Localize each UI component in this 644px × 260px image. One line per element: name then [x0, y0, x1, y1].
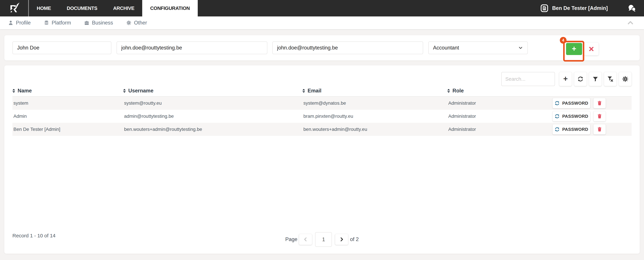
add-user-form: Accountant + 4 — [4, 35, 640, 60]
plus-icon: + — [572, 45, 576, 52]
pagination: Page of 2 — [285, 232, 359, 247]
password-button-label: PASSWORD — [562, 127, 588, 132]
add-row-button[interactable]: + — [559, 72, 572, 86]
page-label: Page — [285, 236, 297, 242]
cell-username: ben.wouters+admin@routtytesting.be — [124, 123, 202, 136]
cell-role: Administrator — [448, 123, 476, 136]
column-label: Name — [18, 88, 32, 94]
table-row[interactable]: Ben De Tester [Admin] ben.wouters+admin@… — [12, 123, 632, 136]
logo-icon: R — [8, 2, 20, 14]
table-toolbar: + — [501, 72, 632, 86]
refresh-icon — [577, 76, 584, 82]
column-label: Role — [452, 88, 464, 94]
sort-icon — [302, 89, 305, 93]
annotation-badge: 4 — [560, 37, 566, 44]
cell-role: Administrator — [448, 96, 476, 110]
subnav-label: Other — [134, 20, 147, 26]
cell-name: Admin — [14, 110, 27, 123]
refresh-icon — [554, 114, 560, 119]
reset-password-button[interactable]: PASSWORD — [552, 111, 590, 122]
tab-documents[interactable]: DOCUMENTS — [59, 0, 105, 16]
gear-icon — [622, 76, 628, 82]
column-header-email[interactable]: Email — [302, 85, 322, 96]
refresh-button[interactable] — [574, 72, 587, 86]
cell-name: Ben De Tester [Admin] — [14, 123, 60, 136]
trash-icon — [597, 127, 602, 132]
clear-form-button[interactable] — [584, 42, 598, 55]
column-label: Username — [128, 88, 154, 94]
previous-page-button[interactable] — [299, 234, 312, 245]
reset-password-button[interactable]: PASSWORD — [552, 98, 590, 108]
briefcase-icon — [84, 20, 90, 26]
refresh-icon — [554, 127, 560, 132]
sort-icon — [123, 89, 126, 93]
password-button-label: PASSWORD — [562, 101, 588, 106]
username-field[interactable] — [116, 42, 267, 54]
sort-icon — [12, 89, 15, 93]
record-count-label: Record 1 - 10 of 14 — [12, 233, 56, 238]
email-field[interactable] — [272, 42, 423, 54]
delete-user-button[interactable] — [593, 111, 606, 122]
tab-configuration[interactable]: CONFIGURATION — [142, 0, 198, 16]
next-page-button[interactable] — [335, 234, 348, 245]
search-input[interactable] — [501, 72, 555, 86]
table-row[interactable]: Admin admin@routtytesting.be bram.pinxte… — [12, 110, 632, 123]
chat-icon — [628, 4, 636, 12]
clear-filter-button[interactable] — [604, 72, 617, 86]
role-select[interactable]: Accountant — [428, 42, 528, 54]
person-icon — [8, 20, 14, 26]
reset-password-button[interactable]: PASSWORD — [552, 124, 590, 134]
column-header-role[interactable]: Role — [447, 85, 464, 96]
delete-user-button[interactable] — [593, 98, 606, 108]
cell-email: ben.wouters+admin@routty.eu — [304, 123, 367, 136]
cell-username: admin@routtytesting.be — [124, 110, 174, 123]
subnav-label: Platform — [52, 20, 71, 26]
filter-icon — [592, 76, 598, 82]
column-header-name[interactable]: Name — [12, 85, 32, 96]
gear-icon — [126, 20, 132, 26]
subnav-item-business[interactable]: Business — [84, 20, 113, 26]
chevron-left-icon — [303, 236, 308, 242]
chat-button[interactable] — [628, 4, 636, 12]
close-icon — [589, 46, 594, 52]
trash-icon — [597, 114, 602, 119]
password-button-label: PASSWORD — [562, 114, 588, 119]
cell-role: Administrator — [448, 110, 476, 123]
page-total-label: of 2 — [350, 236, 359, 242]
subnav-item-profile[interactable]: Profile — [8, 20, 31, 26]
subnav-item-platform[interactable]: Platform — [44, 20, 71, 26]
cell-name: system — [14, 96, 28, 110]
refresh-icon — [554, 100, 560, 106]
subnav-label: Profile — [16, 20, 31, 26]
table-row[interactable]: system system@routty.eu system@dynatos.b… — [12, 96, 632, 110]
settings-button[interactable] — [619, 72, 632, 86]
tab-home[interactable]: HOME — [29, 0, 59, 16]
document-icon — [540, 4, 549, 12]
collapse-panel-button[interactable] — [626, 19, 634, 27]
filter-remove-icon — [607, 76, 614, 82]
page-number-input[interactable] — [315, 232, 332, 247]
chevron-right-icon — [339, 236, 344, 242]
chevron-up-icon — [626, 19, 634, 27]
user-menu[interactable]: Ben De Tester [Admin] — [540, 4, 608, 12]
column-label: Email — [308, 88, 322, 94]
tab-archive[interactable]: ARCHIVE — [105, 0, 142, 16]
trash-icon — [597, 100, 602, 106]
config-subnav: Profile Platform Business Other — [0, 16, 644, 29]
subnav-item-other[interactable]: Other — [126, 20, 147, 26]
nav-right-group: Ben De Tester [Admin] — [540, 0, 644, 16]
delete-user-button[interactable] — [593, 124, 606, 134]
users-table-card: + Name Username Em — [4, 66, 640, 254]
column-header-username[interactable]: Username — [123, 85, 154, 96]
cell-email: bram.pinxten@routty.eu — [304, 110, 353, 123]
sort-icon — [447, 89, 450, 93]
plus-icon: + — [563, 75, 568, 82]
database-icon — [44, 20, 49, 26]
filter-button[interactable] — [589, 72, 602, 86]
name-field[interactable] — [12, 42, 111, 54]
add-user-button[interactable]: + — [566, 43, 582, 55]
cell-email: system@dynatos.be — [304, 96, 346, 110]
routty-logo[interactable]: R — [0, 0, 29, 16]
top-navbar: R HOME DOCUMENTS ARCHIVE CONFIGURATION B… — [0, 0, 644, 16]
table-body: system system@routty.eu system@dynatos.b… — [12, 96, 632, 136]
